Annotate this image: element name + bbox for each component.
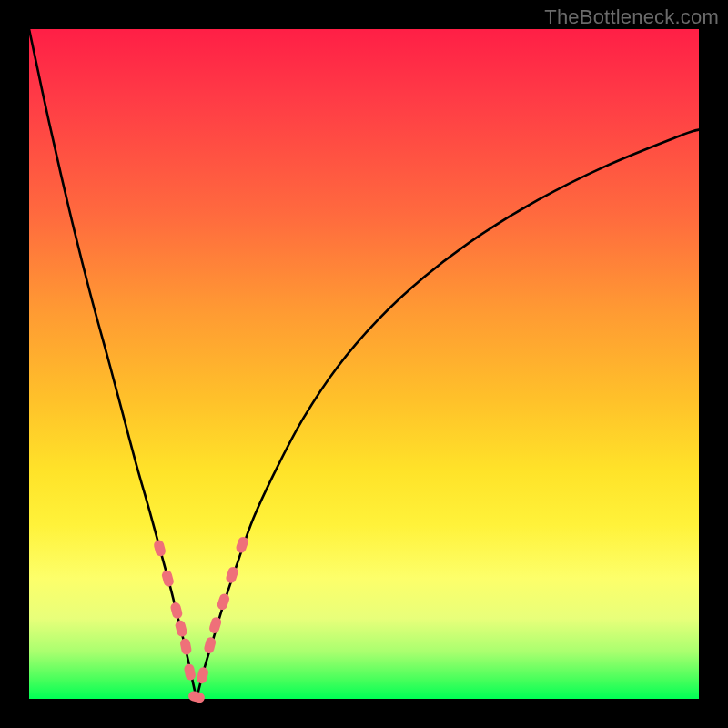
marker-point bbox=[203, 636, 217, 654]
bottleneck-curve bbox=[29, 29, 699, 699]
curve-right-branch bbox=[197, 129, 699, 699]
marker-point bbox=[153, 539, 167, 557]
marker-point bbox=[225, 566, 239, 585]
curve-svg bbox=[29, 29, 699, 699]
marker-dots bbox=[153, 535, 249, 703]
marker-point bbox=[169, 602, 183, 620]
marker-point bbox=[183, 663, 197, 682]
marker-point bbox=[174, 620, 187, 638]
chart-frame: TheBottleneck.com bbox=[0, 0, 728, 728]
curve-left-branch bbox=[29, 29, 197, 699]
marker-point bbox=[196, 666, 209, 684]
plot-area bbox=[29, 29, 699, 699]
marker-point bbox=[187, 690, 206, 703]
marker-point bbox=[161, 569, 175, 587]
marker-point bbox=[216, 592, 230, 612]
watermark-text: TheBottleneck.com bbox=[544, 5, 719, 29]
marker-point bbox=[179, 638, 192, 656]
marker-point bbox=[235, 535, 249, 554]
